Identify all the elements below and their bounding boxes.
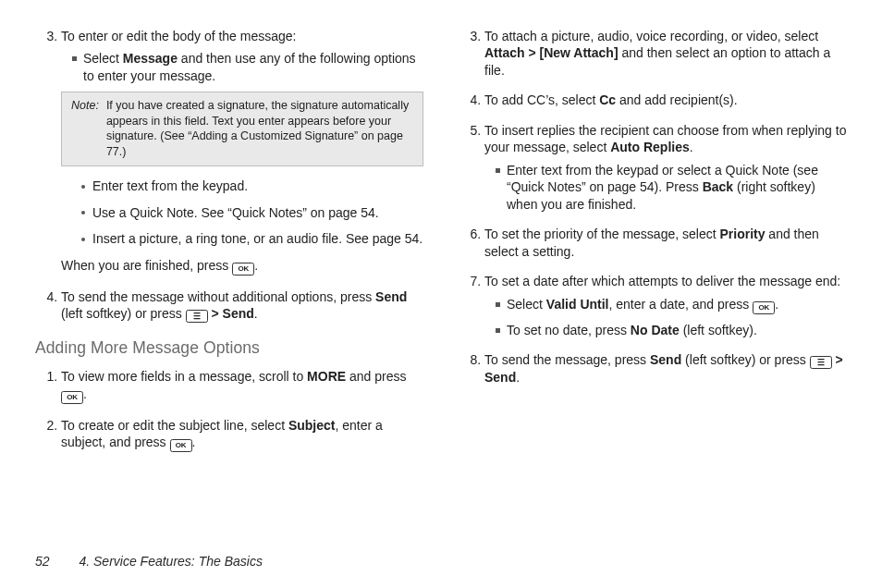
left-list-top: To enter or edit the body of the message…: [35, 28, 423, 323]
step4-b: (left softkey) or press: [61, 306, 186, 321]
r8-a: To send the message, press: [484, 352, 650, 367]
r6-a: To set the priority of the message, sele…: [484, 227, 719, 241]
step3-after-a: When you are finished, press: [61, 258, 232, 273]
r3-a: To attach a picture, audio, voice record…: [484, 29, 818, 43]
step4-gt: >: [208, 306, 223, 321]
page-body: To enter or edit the body of the message…: [0, 0, 882, 518]
left-step-3: To enter or edit the body of the message…: [61, 28, 423, 276]
kw-message: Message: [123, 51, 178, 66]
kw-new-attach: [New Attach]: [540, 45, 619, 60]
r7-sq2-b: (left softkey).: [680, 323, 757, 337]
more-step-2: To create or edit the subject line, sele…: [61, 417, 423, 452]
r7-a: To set a date after which attempts to de…: [484, 274, 840, 288]
step3-b1: Enter text from the keypad.: [81, 178, 423, 194]
kw-valid-until: Valid Until: [546, 297, 609, 312]
more2-a: To create or edit the subject line, sele…: [61, 418, 288, 433]
footer-title: 4. Service Features: The Basics: [79, 554, 262, 569]
more2-c: .: [192, 435, 196, 449]
kw-no-date: No Date: [631, 323, 680, 337]
signature-note: Note: If you have created a signature, t…: [61, 92, 423, 166]
more1-c: .: [83, 386, 87, 401]
menu-key-icon-2: ☰: [810, 356, 832, 369]
ok-key-icon: OK: [232, 263, 254, 276]
r5-sq1: Enter text from the keypad or select a Q…: [496, 162, 847, 213]
step3-after: When you are finished, press OK.: [61, 257, 423, 276]
r8-c: .: [516, 370, 520, 385]
left-list-bottom: To view more fields in a message, scroll…: [35, 368, 423, 452]
right-step-4: To add CC’s, select Cc and add recipient…: [484, 92, 847, 108]
step3-b2: Use a Quick Note. See “Quick Notes” on p…: [81, 204, 423, 221]
right-column: To attach a picture, audio, voice record…: [459, 28, 847, 518]
left-step-4: To send the message without additional o…: [61, 288, 423, 323]
r7-sq1-b: , enter a date, and press: [609, 297, 753, 312]
right-step-3: To attach a picture, audio, voice record…: [484, 28, 847, 79]
step3-b3: Insert a picture, a ring tone, or an aud…: [81, 230, 423, 247]
kw-more: MORE: [307, 369, 346, 384]
r8-gt: >: [832, 352, 843, 367]
r4-a: To add CC’s, select: [484, 92, 599, 107]
r7-sq2-a: To set no date, press: [507, 323, 631, 337]
more1-b: and press: [346, 369, 406, 384]
r7-sq1-c: .: [775, 297, 778, 312]
ok-key-icon-3: OK: [170, 439, 192, 452]
r4-b: and add recipient(s).: [616, 92, 738, 107]
right-step-8: To send the message, press Send (left so…: [484, 351, 847, 386]
r7-sq1-a: Select: [507, 297, 546, 312]
step3-after-b: .: [254, 258, 258, 273]
right-step-7: To set a date after which attempts to de…: [484, 273, 847, 338]
step3-sq1: Select Message and then use any of the f…: [72, 50, 423, 84]
step3-bullets: Enter text from the keypad. Use a Quick …: [61, 178, 423, 247]
r8-b: (left softkey) or press: [681, 352, 809, 367]
step4-c: .: [254, 306, 258, 321]
page-footer: 52 4. Service Features: The Basics: [35, 553, 263, 570]
kw-send-2: Send: [223, 306, 254, 321]
left-column: To enter or edit the body of the message…: [35, 28, 423, 518]
more-step-1: To view more fields in a message, scroll…: [61, 368, 423, 403]
kw-send-1: Send: [375, 289, 407, 304]
r7-sublist: Select Valid Until, enter a date, and pr…: [484, 296, 847, 338]
kw-send-4: Send: [484, 370, 516, 385]
right-list: To attach a picture, audio, voice record…: [459, 28, 847, 386]
ok-key-icon-2: OK: [61, 391, 83, 404]
step3-sq1-a: Select: [83, 51, 123, 66]
more1-a: To view more fields in a message, scroll…: [61, 369, 307, 384]
kw-auto-replies: Auto Replies: [610, 140, 690, 154]
r5-sublist: Enter text from the keypad or select a Q…: [484, 162, 847, 213]
r5-b: .: [690, 140, 693, 154]
right-step-5: To insert replies the recipient can choo…: [484, 122, 847, 213]
kw-send-3: Send: [650, 352, 681, 367]
kw-back: Back: [703, 179, 733, 194]
step3-sublist: Select Message and then use any of the f…: [61, 50, 423, 84]
r7-sq1: Select Valid Until, enter a date, and pr…: [496, 296, 847, 314]
r7-sq2: To set no date, press No Date (left soft…: [496, 322, 847, 338]
step4-a: To send the message without additional o…: [61, 289, 375, 304]
menu-key-icon: ☰: [186, 310, 208, 323]
page-number: 52: [35, 554, 50, 569]
note-label: Note:: [71, 98, 99, 159]
subhead-adding-options: Adding More Message Options: [35, 337, 423, 359]
step3-lead: To enter or edit the body of the message…: [61, 29, 297, 43]
r3-gt: >: [525, 45, 540, 60]
note-text: If you have created a signature, the sig…: [106, 98, 413, 159]
kw-subject: Subject: [288, 418, 336, 433]
kw-attach: Attach: [484, 45, 525, 60]
kw-cc: Cc: [599, 92, 616, 107]
right-step-6: To set the priority of the message, sele…: [484, 226, 847, 260]
ok-key-icon-4: OK: [753, 301, 775, 314]
kw-priority: Priority: [719, 227, 765, 241]
